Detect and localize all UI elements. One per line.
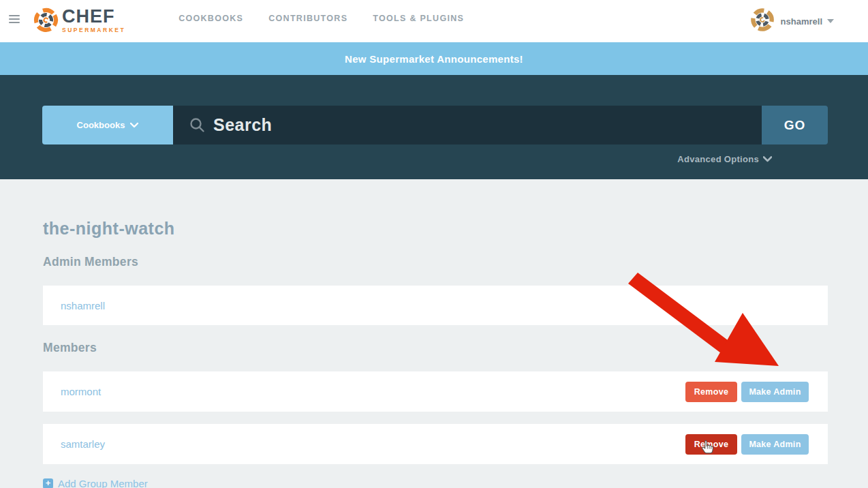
advanced-options-toggle[interactable]: Advanced Options	[677, 154, 772, 164]
search-bar: Cookbooks GO	[42, 106, 828, 144]
row-actions: Remove Make Admin	[685, 434, 809, 455]
go-button[interactable]: GO	[762, 106, 828, 144]
nav-item-cookbooks[interactable]: COOKBOOKS	[179, 14, 243, 23]
username-label: nshamrell	[781, 16, 822, 27]
remove-button-mormont[interactable]: Remove	[685, 382, 737, 402]
nav-item-tools-plugins[interactable]: TOOLS & PLUGINS	[373, 14, 464, 23]
page-title: the-night-watch	[43, 219, 828, 239]
group-detail-content: the-night-watch Admin Members nshamrell …	[0, 179, 868, 488]
make-admin-button-mormont[interactable]: Make Admin	[741, 382, 809, 402]
search-field	[173, 106, 762, 144]
user-menu[interactable]: nshamrell	[750, 7, 868, 35]
admin-member-row: nshamrell	[43, 286, 828, 325]
member-row-mormont: mormont Remove Make Admin	[43, 371, 828, 412]
advanced-options-row: Advanced Options	[42, 144, 828, 165]
announcement-text: New Supermarket Announcements!	[345, 53, 523, 65]
search-icon	[189, 117, 205, 133]
member-link-nshamrell[interactable]: nshamrell	[61, 300, 105, 311]
member-link-samtarley[interactable]: samtarley	[61, 438, 105, 450]
chef-logo-icon	[33, 7, 59, 35]
nav-item-contributors[interactable]: CONTRIBUTORS	[268, 14, 347, 23]
members-heading: Members	[43, 341, 828, 355]
main-nav: COOKBOOKS CONTRIBUTORS TOOLS & PLUGINS	[179, 14, 464, 23]
brand-tagline: SUPERMARKET	[62, 27, 125, 33]
row-actions: Remove Make Admin	[685, 382, 809, 402]
search-category-dropdown[interactable]: Cookbooks	[42, 106, 173, 144]
supermarket-page: CHEF SUPERMARKET COOKBOOKS CONTRIBUTORS …	[0, 0, 868, 488]
member-row-samtarley: samtarley Remove Make Admin	[43, 424, 828, 464]
search-input[interactable]	[213, 115, 762, 135]
member-link-mormont[interactable]: mormont	[61, 386, 101, 397]
plus-icon: +	[43, 478, 53, 488]
avatar	[750, 7, 775, 35]
make-admin-button-samtarley[interactable]: Make Admin	[741, 434, 809, 455]
announcement-banner[interactable]: New Supermarket Announcements!	[0, 42, 868, 75]
search-category-label: Cookbooks	[77, 120, 125, 130]
hamburger-menu-icon[interactable]	[9, 13, 20, 25]
chevron-down-icon	[827, 19, 834, 23]
search-section: Cookbooks GO Advanced Options	[0, 75, 868, 179]
top-header: CHEF SUPERMARKET COOKBOOKS CONTRIBUTORS …	[0, 0, 868, 42]
advanced-options-label: Advanced Options	[677, 154, 759, 164]
admin-members-heading: Admin Members	[43, 255, 828, 269]
brand-name: CHEF	[62, 7, 125, 26]
chevron-down-icon	[763, 156, 772, 162]
chevron-down-icon	[130, 123, 138, 128]
add-group-member-link[interactable]: + Add Group Member	[43, 478, 828, 488]
remove-button-samtarley[interactable]: Remove	[685, 434, 737, 455]
chef-supermarket-logo[interactable]: CHEF SUPERMARKET	[33, 7, 125, 35]
add-group-member-label: Add Group Member	[58, 478, 148, 488]
